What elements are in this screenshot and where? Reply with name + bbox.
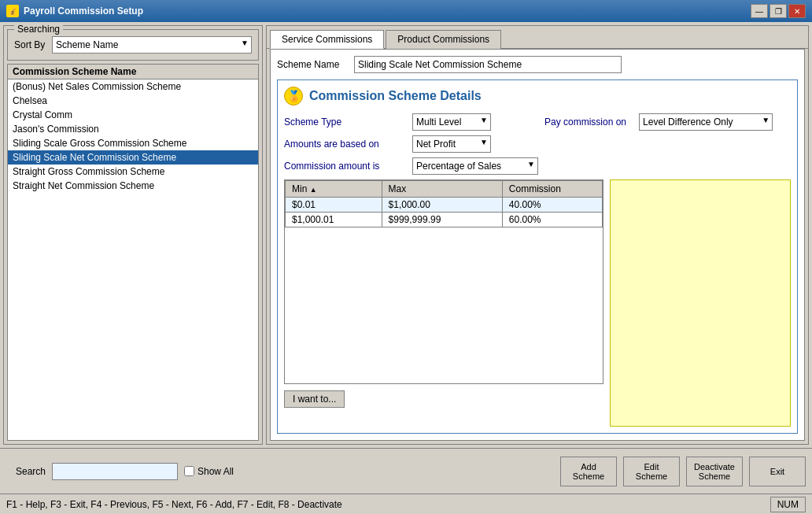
list-item[interactable]: Crystal Comm — [8, 108, 258, 122]
list-item[interactable]: (Bonus) Net Sales Commission Scheme — [8, 80, 258, 94]
table-row[interactable]: $0.01 $1,000.00 40.00% — [286, 198, 603, 213]
pay-commission-on-select[interactable]: Level Difference Only Whole Amount — [639, 113, 773, 131]
num-badge: NUM — [770, 497, 806, 512]
restore-button[interactable]: ❐ — [770, 4, 787, 18]
scheme-list-container: Commission Scheme Name (Bonus) Net Sales… — [7, 64, 259, 441]
minimize-button[interactable]: — — [751, 4, 768, 18]
cell-commission: 40.00% — [502, 198, 602, 213]
list-item[interactable]: Straight Gross Commission Scheme — [8, 165, 258, 179]
deactivate-scheme-button[interactable]: DeactivateScheme — [686, 457, 743, 486]
show-all-label: Show All — [197, 466, 234, 477]
close-button[interactable]: ✕ — [788, 4, 806, 18]
search-label: Search — [6, 466, 46, 477]
scheme-type-label: Scheme Type — [284, 116, 406, 128]
col-commission[interactable]: Commission — [502, 181, 602, 198]
list-item[interactable]: Jason's Commission — [8, 122, 258, 136]
sort-arrow-icon: ▲ — [310, 186, 317, 194]
show-all-check: Show All — [184, 466, 234, 477]
exit-button[interactable]: Exit — [749, 457, 806, 486]
col-min[interactable]: Min ▲ — [286, 181, 382, 198]
scheme-name-input[interactable] — [354, 56, 622, 73]
scheme-type-select-wrapper: Multi Level Single Level Sliding Scale — [412, 113, 491, 131]
details-section: 🏅 Commission Scheme Details Scheme Type … — [277, 80, 798, 434]
i-want-to-button[interactable]: I want to... — [284, 390, 345, 408]
table-row[interactable]: $1,000.01 $999,999.99 60.00% — [286, 213, 603, 227]
sort-by-row: Sort By Scheme Name — [14, 36, 252, 54]
sort-by-label: Sort By — [14, 39, 46, 50]
left-panel: Searching Sort By Scheme Name Commission… — [3, 25, 263, 445]
bottom-toolbar: Search Show All AddScheme EditScheme Dea… — [0, 448, 812, 494]
pay-commission-on-label: Pay commission on — [544, 116, 626, 128]
tab-content: Scheme Name 🏅 Commission Scheme Details … — [270, 49, 805, 441]
cell-max: $1,000.00 — [382, 198, 502, 213]
commission-amount-is-label: Commission amount is — [284, 161, 406, 172]
pay-commission-on-select-wrapper: Level Difference Only Whole Amount — [639, 113, 773, 131]
searching-group-label: Searching — [14, 24, 63, 35]
scheme-name-row: Scheme Name — [277, 56, 798, 73]
app-icon: 💰 — [6, 5, 19, 17]
cell-min: $0.01 — [286, 198, 382, 213]
cell-min: $1,000.01 — [286, 213, 382, 227]
scheme-type-row: Scheme Type Multi Level Single Level Sli… — [284, 113, 791, 131]
commission-amount-is-select-wrapper: Percentage of Sales Fixed Amount — [412, 157, 538, 175]
amounts-based-on-row: Amounts are based on Net Profit Gross Sa… — [284, 135, 791, 153]
commission-table-wrapper: Min ▲ Max Commission — [284, 179, 603, 384]
amounts-based-on-label: Amounts are based on — [284, 139, 406, 150]
commission-amount-is-select[interactable]: Percentage of Sales Fixed Amount — [412, 157, 538, 175]
scheme-name-label: Scheme Name — [277, 59, 348, 70]
window-controls: — ❐ ✕ — [751, 4, 806, 18]
details-header: 🏅 Commission Scheme Details — [284, 87, 791, 105]
help-text: F1 - Help, F3 - Exit, F4 - Previous, F5 … — [6, 499, 342, 510]
title-bar: 💰 Payroll Commission Setup — ❐ ✕ — [0, 0, 812, 22]
yellow-info-box — [610, 179, 791, 427]
scheme-type-select[interactable]: Multi Level Single Level Sliding Scale — [412, 113, 491, 131]
commission-table-container: Min ▲ Max Commission — [284, 179, 791, 427]
cell-max: $999,999.99 — [382, 213, 502, 227]
tab-service-commissions[interactable]: Service Commissions — [270, 30, 384, 49]
show-all-checkbox[interactable] — [184, 466, 194, 476]
details-title: Commission Scheme Details — [309, 89, 482, 103]
cell-commission: 60.00% — [502, 213, 602, 227]
window-title: Payroll Commission Setup — [24, 6, 746, 17]
amounts-based-on-select-wrapper: Net Profit Gross Sales Net Sales — [412, 135, 491, 153]
searching-group: Searching Sort By Scheme Name — [7, 29, 259, 61]
list-item[interactable]: Straight Net Commission Scheme — [8, 179, 258, 193]
sort-by-select[interactable]: Scheme Name — [52, 36, 252, 54]
col-max[interactable]: Max — [382, 181, 502, 198]
edit-scheme-button[interactable]: EditScheme — [623, 457, 680, 486]
list-item[interactable]: Chelsea — [8, 94, 258, 108]
commission-amount-is-row: Commission amount is Percentage of Sales… — [284, 157, 791, 175]
amounts-based-on-select[interactable]: Net Profit Gross Sales Net Sales — [412, 135, 491, 153]
tab-product-commissions[interactable]: Product Commissions — [386, 30, 501, 49]
list-item-selected[interactable]: Sliding Scale Net Commission Scheme — [8, 150, 258, 165]
add-scheme-button[interactable]: AddScheme — [560, 457, 617, 486]
list-header: Commission Scheme Name — [8, 65, 258, 80]
status-bar: F1 - Help, F3 - Exit, F4 - Previous, F5 … — [0, 494, 812, 514]
main-container: Searching Sort By Scheme Name Commission… — [0, 22, 812, 448]
sort-by-select-wrapper: Scheme Name — [52, 36, 252, 54]
search-input[interactable] — [52, 463, 178, 480]
tabs: Service Commissions Product Commissions — [267, 26, 808, 49]
commission-table: Min ▲ Max Commission — [285, 180, 603, 227]
right-panel: Service Commissions Product Commissions … — [266, 25, 809, 445]
details-icon: 🏅 — [284, 87, 303, 105]
list-item[interactable]: Sliding Scale Gross Commission Scheme — [8, 136, 258, 150]
